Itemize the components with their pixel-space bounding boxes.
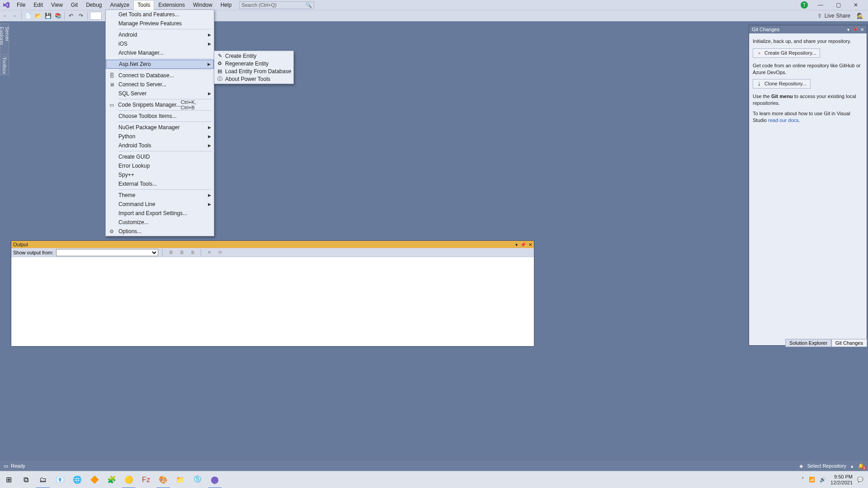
menu-item-get-tools-and-features-[interactable]: Get Tools and Features... [106,10,214,19]
panel-pin-icon[interactable]: 📌 [852,27,858,32]
panel-dropdown-icon[interactable]: ▾ [515,242,518,247]
volume-icon[interactable]: 🔊 [820,477,826,483]
wifi-icon[interactable]: 📶 [809,477,815,483]
menu-item-ios[interactable]: iOS▶ [106,39,214,48]
app-icon-1[interactable]: 🔶 [86,471,103,488]
menu-item-asp-net-zero[interactable]: Asp.Net Zero▶ [106,60,214,69]
new-project-icon[interactable]: 📄 [23,11,33,21]
start-button[interactable]: ⊞ [0,471,17,488]
save-all-icon[interactable]: 📚 [53,11,63,21]
search-box[interactable]: Search (Ctrl+Q) 🔍 [239,1,314,9]
menu-item-connect-to-server-[interactable]: 🖥Connect to Server... [106,80,214,89]
clone-repo-button[interactable]: ⭳ Clone Repository... [753,79,811,89]
live-share-label[interactable]: Live Share [825,13,850,19]
menu-help[interactable]: Help [217,0,236,10]
save-icon[interactable]: 💾 [43,11,53,21]
open-icon[interactable]: 📂 [33,11,43,21]
config-dropdown[interactable] [90,12,102,20]
submenu-item-create-entity[interactable]: ✎Create Entity [214,52,293,60]
menu-item-sql-server[interactable]: SQL Server▶ [106,89,214,98]
read-docs-link[interactable]: read our docs [768,117,798,123]
panel-dropdown-icon[interactable]: ▾ [847,27,849,32]
menu-item-archive-manager-[interactable]: Archive Manager... [106,48,214,57]
mail-icon[interactable]: 📧 [52,471,69,488]
user-avatar[interactable]: T [801,1,808,9]
notifications-tray-icon[interactable]: 💬 [857,477,863,483]
menu-window[interactable]: Window [189,0,217,10]
submenu-arrow-icon: ▶ [208,134,211,139]
menu-git[interactable]: Git [67,0,82,10]
notifications-icon[interactable]: 🔔1 [858,463,864,469]
menu-item-error-lookup[interactable]: Error Lookup [106,161,214,170]
repo-dropdown-icon[interactable]: ▴ [851,463,854,469]
panel-close-icon[interactable]: ✕ [860,27,864,32]
menu-item-external-tools-[interactable]: External Tools... [106,179,214,188]
filezilla-icon[interactable]: Fz [137,471,155,488]
output-tb-btn1[interactable]: ≣ [167,249,175,256]
menu-item-import-and-export-settings-[interactable]: Import and Export Settings... [106,209,214,218]
folder-icon[interactable]: 📁 [172,471,189,488]
forward-icon[interactable]: ◦ [10,11,20,21]
tray-expand-icon[interactable]: ˄ [802,477,804,483]
menu-item-customize-[interactable]: Customize... [106,218,214,227]
select-repo-label[interactable]: Select Repository [807,463,846,469]
figma-icon[interactable]: 🎨 [155,471,172,488]
panel-close-icon[interactable]: ✕ [528,242,532,247]
visual-studio-icon[interactable]: ⬤ [206,471,223,488]
git-changes-tab[interactable]: Git Changes [831,339,867,347]
menu-item-python[interactable]: Python▶ [106,132,214,141]
menu-analyze[interactable]: Analyze [106,0,134,10]
menu-item-theme[interactable]: Theme▶ [106,191,214,200]
output-tb-btn4[interactable]: ✕ [205,249,213,256]
menu-item-code-snippets-manager-[interactable]: ▭Code Snippets Manager...Ctrl+K, Ctrl+B [106,100,214,109]
maximize-button[interactable]: ▢ [833,2,844,8]
menu-item-options-[interactable]: ⚙Options... [106,227,214,236]
skype-icon[interactable]: Ⓢ [189,471,206,488]
solution-explorer-tab[interactable]: Solution Explorer [785,339,831,347]
redo-icon[interactable]: ↷ [76,11,86,21]
edge-icon[interactable]: 🌐 [69,471,86,488]
separator [162,249,163,256]
menu-item-create-guid[interactable]: Create GUID [106,152,214,161]
menu-edit[interactable]: Edit [29,0,47,10]
menu-separator [118,110,212,111]
panel-pin-icon[interactable]: 📌 [520,242,526,247]
submenu-arrow-icon: ▶ [208,42,211,46]
menu-item-manage-preview-features[interactable]: Manage Preview Features [106,19,214,28]
submenu-item-icon: ⓘ [214,75,225,82]
output-source-select[interactable] [56,249,158,256]
menu-file[interactable]: File [13,0,29,10]
output-tb-btn5[interactable]: ⟳ [216,249,224,256]
menu-item-android[interactable]: Android▶ [106,30,214,39]
app-icon-2[interactable]: 🧩 [103,471,120,488]
output-tb-btn3[interactable]: ≣ [189,249,197,256]
menu-item-android-tools[interactable]: Android Tools▶ [106,141,214,150]
back-icon[interactable]: ◦ [0,11,10,21]
menu-item-spy-[interactable]: Spy++ [106,170,214,179]
undo-icon[interactable]: ↶ [66,11,76,21]
close-button[interactable]: ✕ [851,2,861,8]
menu-item-nuget-package-manager[interactable]: NuGet Package Manager▶ [106,123,214,132]
server-explorer-tab[interactable]: Server Explorer [0,23,9,55]
task-view-icon[interactable]: ⧉ [17,471,34,488]
output-tb-btn2[interactable]: ≣ [178,249,186,256]
create-git-repo-button[interactable]: ＋ Create Git Repository... [753,48,820,58]
minimize-button[interactable]: — [815,2,826,8]
menu-extensions[interactable]: Extensions [154,0,189,10]
toolbox-tab[interactable]: Toolbox [0,56,9,75]
submenu-item-load-entity-from-database[interactable]: ▤Load Entity From Database [214,67,293,75]
menu-debug[interactable]: Debug [82,0,106,10]
menu-item-choose-toolbox-items-[interactable]: Choose Toolbox Items... [106,112,214,121]
clock[interactable]: 9:50 PM 12/2/2021 [830,474,853,485]
menu-view[interactable]: View [47,0,67,10]
menu-tools[interactable]: Tools [133,0,154,10]
submenu-item-about-power-tools[interactable]: ⓘAbout Power Tools [214,75,293,83]
feedback-icon[interactable]: 🕵 [857,13,863,19]
menu-separator [118,70,212,70]
clock-time: 9:50 PM [830,474,853,479]
menu-item-command-line[interactable]: Command Line▶ [106,200,214,209]
chrome-icon[interactable]: 🟡 [120,471,137,488]
file-explorer-icon[interactable]: 🗂 [34,471,52,488]
menu-item-connect-to-database-[interactable]: 🗄Connect to Database... [106,71,214,80]
submenu-item-regenerate-entity[interactable]: ♻Regenerate Entity [214,60,293,67]
